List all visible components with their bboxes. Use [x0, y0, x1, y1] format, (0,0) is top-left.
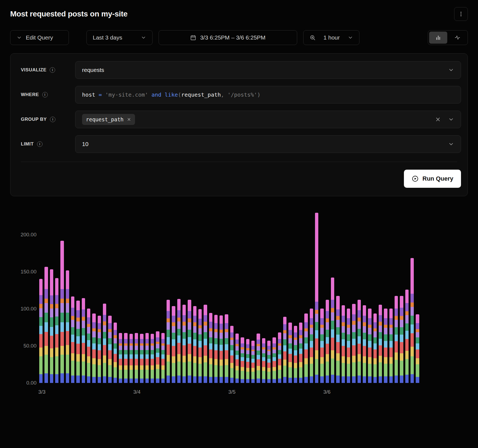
where-info-icon[interactable]: i — [42, 92, 48, 97]
bar[interactable] — [283, 317, 286, 383]
bar-segment — [347, 348, 350, 357]
bar[interactable] — [76, 301, 80, 383]
bar[interactable] — [188, 300, 191, 383]
bar[interactable] — [66, 270, 69, 383]
where-input[interactable]: host = 'my-site.com' and like(request_pa… — [75, 86, 461, 103]
group-by-chip[interactable]: request_path — [82, 114, 135, 125]
date-range-button[interactable]: 3/3 6:25PM – 3/6 6:25PM — [159, 30, 297, 45]
bar[interactable] — [368, 309, 371, 383]
bar[interactable] — [114, 323, 117, 383]
bar[interactable] — [358, 300, 361, 383]
clear-icon[interactable] — [435, 116, 441, 122]
bar[interactable] — [347, 309, 350, 383]
bar[interactable] — [145, 333, 149, 383]
edit-query-button[interactable]: Edit Query — [10, 30, 69, 45]
bar[interactable] — [198, 309, 202, 383]
visualize-info-icon[interactable]: i — [50, 67, 55, 73]
chip-close-icon[interactable] — [127, 117, 131, 122]
bar[interactable] — [299, 323, 302, 383]
bar[interactable] — [82, 298, 85, 383]
bar[interactable] — [172, 306, 175, 383]
bar[interactable] — [410, 258, 414, 383]
bar[interactable] — [103, 304, 106, 383]
bar-chart-icon — [435, 35, 441, 41]
bar[interactable] — [379, 305, 382, 383]
bar[interactable] — [262, 338, 265, 383]
bar[interactable] — [167, 300, 170, 383]
bar[interactable] — [294, 326, 297, 383]
bar[interactable] — [44, 267, 48, 383]
bar-segment — [87, 347, 90, 356]
bar[interactable] — [60, 241, 64, 383]
limit-select[interactable]: 10 — [75, 135, 461, 153]
bar[interactable] — [251, 341, 255, 383]
bar[interactable] — [331, 278, 334, 383]
bar[interactable] — [50, 269, 53, 383]
bar[interactable] — [235, 334, 239, 383]
bar[interactable] — [230, 326, 234, 383]
bar[interactable] — [310, 309, 313, 383]
bar[interactable] — [384, 309, 387, 383]
bar[interactable] — [352, 304, 355, 383]
bar[interactable] — [98, 316, 101, 383]
bar[interactable] — [389, 309, 393, 383]
bar[interactable] — [267, 341, 271, 383]
bar[interactable] — [135, 333, 138, 383]
bar[interactable] — [405, 290, 409, 383]
bar[interactable] — [87, 309, 90, 383]
bar[interactable] — [304, 313, 308, 383]
bar[interactable] — [209, 313, 212, 383]
group-by-select[interactable]: request_path — [75, 111, 461, 128]
bar[interactable] — [156, 331, 159, 383]
bar[interactable] — [151, 334, 154, 383]
bar[interactable] — [182, 305, 186, 383]
bar[interactable] — [92, 313, 95, 383]
bar[interactable] — [119, 333, 122, 383]
group-by-info-icon[interactable]: i — [50, 117, 55, 122]
interval-select[interactable]: 1 hour — [303, 30, 359, 45]
bar[interactable] — [225, 314, 228, 383]
bar[interactable] — [373, 313, 377, 383]
bar[interactable] — [336, 296, 339, 383]
bar-segment — [114, 362, 117, 367]
bar[interactable] — [326, 300, 329, 383]
bar[interactable] — [39, 279, 43, 383]
bar[interactable] — [257, 334, 260, 383]
chevron-down-icon[interactable] — [448, 116, 454, 122]
bar[interactable] — [161, 333, 165, 383]
bar[interactable] — [272, 337, 276, 383]
run-query-button[interactable]: Run Query — [404, 170, 461, 188]
bar[interactable] — [363, 305, 366, 383]
time-range-select[interactable]: Last 3 days — [86, 30, 153, 45]
bar[interactable] — [130, 334, 133, 383]
bar-segment — [130, 343, 133, 346]
more-menu-button[interactable] — [454, 7, 468, 21]
bar[interactable] — [342, 305, 345, 383]
bar[interactable] — [71, 296, 74, 383]
bar-segment — [416, 358, 419, 364]
bar[interactable] — [315, 213, 318, 383]
bar[interactable] — [124, 333, 127, 383]
bar[interactable] — [246, 339, 249, 383]
bar[interactable] — [278, 332, 281, 383]
bar[interactable] — [55, 278, 58, 383]
bar[interactable] — [204, 305, 207, 383]
bar[interactable] — [140, 334, 143, 383]
edit-query-label: Edit Query — [26, 34, 53, 41]
bar[interactable] — [395, 296, 398, 383]
bar[interactable] — [400, 296, 403, 383]
bar[interactable] — [288, 323, 292, 383]
bar[interactable] — [214, 315, 218, 383]
bar[interactable] — [220, 315, 223, 383]
visualize-select[interactable]: requests — [75, 61, 461, 79]
bar-chart-toggle[interactable] — [429, 32, 447, 44]
bar[interactable] — [177, 299, 181, 383]
bar[interactable] — [241, 337, 244, 383]
bar[interactable] — [108, 316, 111, 383]
bar[interactable] — [320, 309, 324, 383]
bar[interactable] — [416, 314, 419, 383]
bar-segment — [39, 279, 43, 295]
bar[interactable] — [193, 306, 196, 383]
line-chart-toggle[interactable] — [448, 32, 466, 44]
limit-info-icon[interactable]: i — [37, 141, 43, 147]
